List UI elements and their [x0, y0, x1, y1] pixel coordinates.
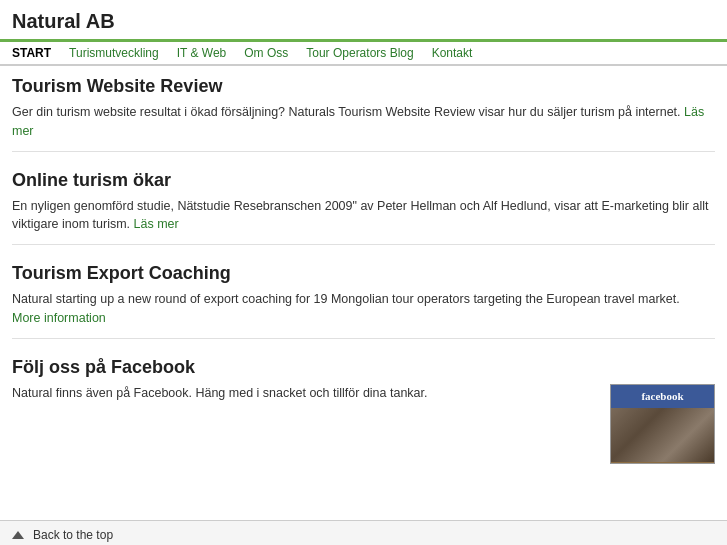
facebook-image: facebook [610, 384, 715, 464]
arrow-up-icon [12, 531, 24, 539]
facebook-logo-text: facebook [641, 390, 683, 402]
facebook-logo-area: facebook [611, 385, 714, 408]
facebook-text: Natural finns även på Facebook. Häng med… [12, 384, 590, 403]
section-body-export-coaching: Natural starting up a new round of expor… [12, 290, 715, 328]
main-nav: START Turismutveckling IT & Web Om Oss T… [0, 42, 727, 66]
section-online-turism: Online turism ökar En nyligen genomförd … [12, 170, 715, 246]
nav-item-start[interactable]: START [12, 46, 51, 60]
read-more-export-coaching[interactable]: More information [12, 311, 106, 325]
nav-item-tour-operators-blog[interactable]: Tour Operators Blog [306, 46, 413, 60]
facebook-content: Natural finns även på Facebook. Häng med… [12, 384, 715, 464]
section-title-online-turism: Online turism ökar [12, 170, 715, 191]
site-header: Natural AB [0, 0, 727, 42]
main-content: Tourism Website Review Ger din turism we… [0, 66, 727, 520]
read-more-online-turism[interactable]: Läs mer [134, 217, 179, 231]
nav-item-it-web[interactable]: IT & Web [177, 46, 227, 60]
section-tourism-review: Tourism Website Review Ger din turism we… [12, 76, 715, 152]
section-title-tourism-review: Tourism Website Review [12, 76, 715, 97]
site-title: Natural AB [12, 10, 115, 32]
nav-item-turismutveckling[interactable]: Turismutveckling [69, 46, 159, 60]
section-body-tourism-review: Ger din turism website resultat i ökad f… [12, 103, 715, 141]
footer-nav: Back to the top [0, 520, 727, 546]
section-title-facebook: Följ oss på Facebook [12, 357, 715, 378]
nav-item-om-oss[interactable]: Om Oss [244, 46, 288, 60]
section-export-coaching: Tourism Export Coaching Natural starting… [12, 263, 715, 339]
facebook-photo [611, 408, 714, 463]
section-facebook: Följ oss på Facebook Natural finns även … [12, 357, 715, 492]
back-to-top-link[interactable]: Back to the top [12, 528, 113, 542]
section-body-online-turism: En nyligen genomförd studie, Nätstudie R… [12, 197, 715, 235]
back-to-top-label: Back to the top [33, 528, 113, 542]
nav-item-kontakt[interactable]: Kontakt [432, 46, 473, 60]
section-title-export-coaching: Tourism Export Coaching [12, 263, 715, 284]
